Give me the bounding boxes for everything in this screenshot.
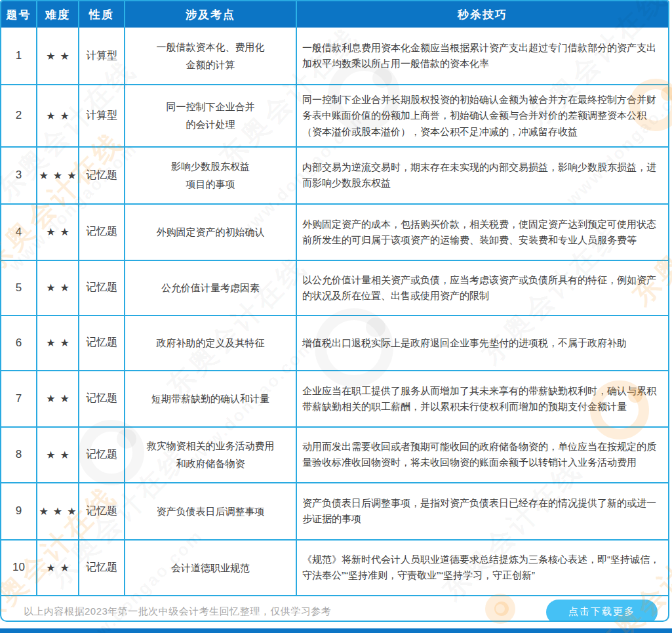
- tip-text: 外购固定资产的成本，包括购买价款，相关税费，使固定资产达到预定可使用状态前所发生…: [302, 216, 663, 249]
- cell-tip: 动用而发出需要收回或者预期可能收回的政府储备物资的，单位应当在按规定的质量验收标…: [297, 428, 668, 483]
- header-cell-nature: 性质: [79, 1, 125, 28]
- cell-topic: 资产负债表日后调整事项: [125, 483, 297, 541]
- table-row: 4 ★★ 记忆题 外购固定资产的初始确认 外购固定资产的成本，包括购买价款，相关…: [1, 205, 668, 261]
- tip-text: 企业应当在职工提供了服务从而增加了其未来享有的带薪缺勤权利时，确认与累积带薪缺勤…: [302, 383, 663, 415]
- footer-note: 以上内容根据2023年第一批次中级会计考生回忆整理，仅供学习参考: [24, 605, 331, 618]
- cell-nature: 计算型: [79, 85, 125, 148]
- tip-text: 增值税出口退税实际上是政府退回企业事先垫付的进项税，不属于政府补助: [302, 335, 627, 351]
- cell-topic: 会计道德职业规范: [125, 541, 297, 596]
- cell-difficulty-stars: ★★★: [37, 148, 79, 205]
- cell-number: 10: [1, 541, 37, 596]
- cell-number: 7: [1, 371, 37, 428]
- cell-number: 9: [1, 483, 37, 541]
- header-cell-topics: 涉及考点: [125, 1, 297, 28]
- cell-nature: 记忆题: [79, 541, 125, 596]
- tip-text: 内部交易为逆流交易时，期末存在未实现的内部交易损益，影响少数股东损益，进而影响少…: [302, 159, 663, 192]
- cell-difficulty-stars: ★★: [37, 85, 79, 148]
- table-row: 3 ★★★ 记忆题 影响少数股东权益 项目的事项 内部交易为逆流交易时，期末存在…: [1, 148, 668, 205]
- cell-nature: 记忆题: [79, 483, 125, 541]
- table-header-row: 题号 难度 性质 涉及考点 秒杀技巧: [1, 1, 668, 28]
- cell-number: 2: [1, 85, 37, 148]
- cell-number: 4: [1, 205, 37, 261]
- cell-nature: 计算型: [79, 28, 125, 85]
- cell-number: 6: [1, 316, 37, 371]
- table-row: 8 ★★ 记忆题 救灾物资相关的业务活动费用 和政府储备物资 动用而发出需要收回…: [1, 428, 668, 483]
- footer: 以上内容根据2023年第一批次中级会计考生回忆整理，仅供学习参考 点击下载更多: [1, 596, 668, 622]
- table-row: 1 ★★ 计算型 一般借款资本化、费用化 金额的计算 一般借款利息费用资本化金额…: [1, 28, 668, 85]
- cell-difficulty-stars: ★★: [37, 205, 79, 261]
- cell-number: 1: [1, 28, 37, 85]
- cell-topic: 公允价值计量考虑因素: [125, 261, 297, 316]
- table-row: 7 ★★ 记忆题 短期带薪缺勤的确认和计量 企业应当在职工提供了服务从而增加了其…: [1, 371, 668, 428]
- cell-tip: 增值税出口退税实际上是政府退回企业事先垫付的进项税，不属于政府补助: [297, 316, 668, 371]
- table-row: 5 ★★ 记忆题 公允价值计量考虑因素 以公允价值计量相关资产或负债，应当考虑该…: [1, 261, 668, 316]
- cell-topic: 政府补助的定义及其特征: [125, 316, 297, 371]
- cell-tip: 资产负债表日后调整事项，是指对资产负债表日已经存在的情况提供了新的或进一步证据的…: [297, 483, 668, 541]
- table-row: 9 ★★★ 记忆题 资产负债表日后调整事项 资产负债表日后调整事项，是指对资产负…: [1, 483, 668, 541]
- table-row: 2 ★★ 计算型 同一控制下企业合并 的会计处理 同一控制下企业合并长期股权投资…: [1, 85, 668, 148]
- page: { "table": { "headers": ["题号", "难度", "性质…: [0, 0, 672, 633]
- content-sheet: 题号 难度 性质 涉及考点 秒杀技巧 1 ★★ 计算型 一般借款资本化、费用化 …: [0, 0, 669, 622]
- tip-text: 以公允价值计量相关资产或负债，应当考虑该资产或负债所具有的特征，例如资产的状况及…: [302, 272, 663, 304]
- cell-tip: 《规范》将新时代会计人员职业道德要求总结提炼为三条核心表述，即“坚持诚信，守法奉…: [297, 541, 668, 596]
- cell-topic: 一般借款资本化、费用化 金额的计算: [125, 28, 297, 85]
- cell-tip: 外购固定资产的成本，包括购买价款，相关税费，使固定资产达到预定可使用状态前所发生…: [297, 205, 668, 261]
- cell-difficulty-stars: ★★: [37, 316, 79, 371]
- cell-tip: 以公允价值计量相关资产或负债，应当考虑该资产或负债所具有的特征，例如资产的状况及…: [297, 261, 668, 316]
- tip-text: 一般借款利息费用资本化金额应当根据累计资产支出超过专门借款部分的资产支出加权平均…: [302, 40, 663, 72]
- bottom-blue-bar: [0, 628, 672, 633]
- tip-text: 资产负债表日后调整事项，是指对资产负债表日已经存在的情况提供了新的或进一步证据的…: [302, 495, 663, 527]
- cell-topic: 影响少数股东权益 项目的事项: [125, 148, 297, 205]
- cell-topic: 救灾物资相关的业务活动费用 和政府储备物资: [125, 428, 297, 483]
- cell-tip: 内部交易为逆流交易时，期末存在未实现的内部交易损益，影响少数股东损益，进而影响少…: [297, 148, 668, 205]
- cell-topic: 同一控制下企业合并 的会计处理: [125, 85, 297, 148]
- tip-text: 《规范》将新时代会计人员职业道德要求总结提炼为三条核心表述，即“坚持诚信，守法奉…: [302, 552, 663, 584]
- cell-nature: 记忆题: [79, 205, 125, 261]
- tip-text: 同一控制下企业合并长期股权投资的初始确认金额为被合并方在最终控制方合并财务表中账…: [302, 92, 663, 140]
- cell-difficulty-stars: ★★: [37, 28, 79, 85]
- cell-number: 5: [1, 261, 37, 316]
- cell-nature: 记忆题: [79, 428, 125, 483]
- table-row: 10 ★★ 记忆题 会计道德职业规范 《规范》将新时代会计人员职业道德要求总结提…: [1, 541, 668, 596]
- cell-nature: 记忆题: [79, 371, 125, 428]
- cell-difficulty-stars: ★★: [37, 371, 79, 428]
- cell-nature: 记忆题: [79, 261, 125, 316]
- header-cell-number: 题号: [1, 1, 37, 28]
- cell-difficulty-stars: ★★: [37, 428, 79, 483]
- cell-difficulty-stars: ★★: [37, 261, 79, 316]
- cell-topic: 短期带薪缺勤的确认和计量: [125, 371, 297, 428]
- cell-difficulty-stars: ★★: [37, 541, 79, 596]
- tip-text: 动用而发出需要收回或者预期可能收回的政府储备物资的，单位应当在按规定的质量验收标…: [302, 439, 663, 471]
- cell-number: 8: [1, 428, 37, 483]
- cell-tip: 一般借款利息费用资本化金额应当根据累计资产支出超过专门借款部分的资产支出加权平均…: [297, 28, 668, 85]
- cell-tip: 企业应当在职工提供了服务从而增加了其未来享有的带薪缺勤权利时，确认与累积带薪缺勤…: [297, 371, 668, 428]
- header-cell-difficulty: 难度: [37, 1, 79, 28]
- table-row: 6 ★★ 记忆题 政府补助的定义及其特征 增值税出口退税实际上是政府退回企业事先…: [1, 316, 668, 371]
- header-cell-tips: 秒杀技巧: [297, 1, 668, 28]
- cell-nature: 记忆题: [79, 316, 125, 371]
- cell-nature: 记忆题: [79, 148, 125, 205]
- cell-number: 3: [1, 148, 37, 205]
- cell-topic: 外购固定资产的初始确认: [125, 205, 297, 261]
- cell-tip: 同一控制下企业合并长期股权投资的初始确认金额为被合并方在最终控制方合并财务表中账…: [297, 85, 668, 148]
- cell-difficulty-stars: ★★★: [37, 483, 79, 541]
- download-more-button[interactable]: 点击下载更多: [546, 600, 658, 622]
